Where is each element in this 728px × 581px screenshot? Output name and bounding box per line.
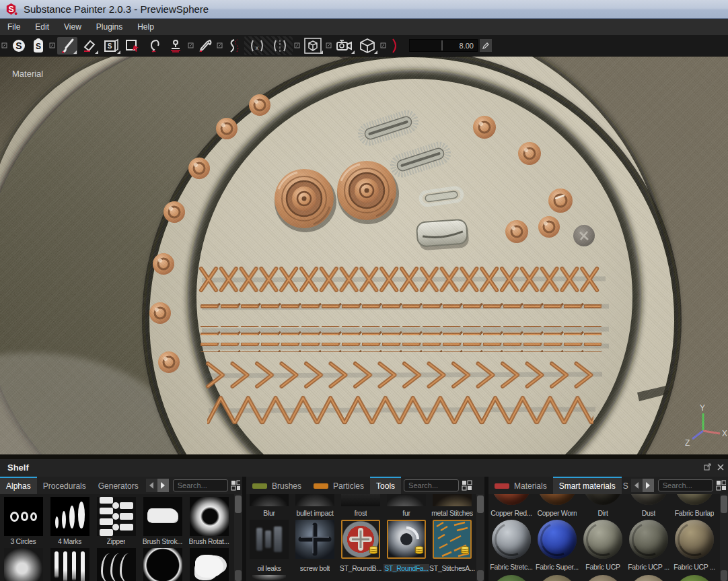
display-options-icon[interactable] — [231, 480, 240, 491]
tool-label[interactable]: ST_StitchesA... — [429, 564, 475, 572]
quick-mask-icon[interactable] — [388, 37, 403, 55]
tab-alphas[interactable]: Alphas — [0, 477, 37, 494]
tools-scrollbar[interactable] — [476, 494, 484, 581]
tab-brushes[interactable]: Brushes — [246, 477, 307, 494]
display-options-icon[interactable] — [716, 480, 726, 491]
menu-view[interactable]: View — [57, 20, 89, 34]
alphas-scrollbar[interactable] — [234, 494, 242, 581]
alpha-thumb-brush-rotation[interactable] — [190, 497, 229, 536]
tools-search-input[interactable] — [404, 479, 459, 491]
detach-icon[interactable] — [379, 37, 387, 55]
tool-label[interactable]: metal Stitches — [431, 509, 473, 517]
detach-icon[interactable] — [325, 37, 332, 55]
scroll-right-button[interactable] — [643, 479, 654, 492]
alpha-thumb[interactable] — [50, 548, 89, 581]
cube-icon[interactable] — [357, 37, 378, 55]
projection-tool-icon[interactable]: S — [100, 37, 121, 55]
alpha-thumb-4-marks[interactable] — [50, 497, 89, 536]
menu-edit[interactable]: Edit — [28, 20, 57, 34]
tool-label-selected[interactable]: ST_RoundFa... — [384, 564, 429, 572]
popout-icon[interactable] — [704, 463, 711, 471]
scroll-left-button[interactable] — [146, 479, 157, 492]
tool-item-st-roundb[interactable] — [338, 520, 384, 559]
shelf-item[interactable] — [93, 548, 139, 581]
alpha-thumb[interactable] — [97, 548, 136, 581]
materials-scrollbar[interactable] — [720, 494, 728, 581]
tab-materials[interactable]: Materials — [488, 477, 553, 494]
tool-item-oil-leaks[interactable] — [246, 520, 292, 559]
tool-label[interactable]: screw bolt — [300, 564, 330, 572]
material-label[interactable]: Fabric Stretc... — [490, 563, 532, 571]
paint-brush-tool-icon[interactable] — [57, 37, 77, 55]
edit-value-icon[interactable] — [480, 39, 492, 52]
material-item[interactable] — [626, 520, 671, 559]
material-item[interactable] — [534, 520, 580, 559]
tool-label[interactable]: bullet impact — [296, 509, 333, 517]
shelf-item[interactable]: 3 Circles — [0, 497, 46, 545]
shelf-item[interactable] — [186, 548, 232, 581]
detach-icon[interactable] — [293, 37, 301, 55]
alpha-thumb[interactable] — [190, 548, 229, 581]
material-label[interactable]: Fabric Burlap — [675, 509, 715, 517]
tool-label[interactable]: ST_RoundB... — [340, 564, 381, 572]
tool-label[interactable]: Blur — [263, 509, 275, 517]
tool-item-screw-bolt[interactable] — [292, 520, 338, 559]
smudge-tool-icon[interactable] — [144, 37, 164, 55]
menu-file[interactable]: File — [0, 20, 28, 34]
shelf-item[interactable] — [139, 548, 186, 581]
shelf-item[interactable]: Brush Rotat... — [186, 497, 232, 545]
tab-smart-masks[interactable]: S — [622, 477, 630, 494]
detach-icon[interactable] — [48, 37, 56, 55]
shelf-item[interactable]: Brush Strok... — [139, 497, 186, 545]
material-item[interactable] — [580, 520, 626, 559]
tab-tools[interactable]: Tools — [370, 477, 401, 494]
detach-icon[interactable] — [1, 37, 8, 55]
display-options-icon[interactable] — [462, 480, 472, 491]
material-label[interactable]: Fabric UCP ... — [628, 563, 669, 571]
substance-tool-icon[interactable]: S — [9, 37, 28, 55]
scroll-left-button[interactable] — [631, 479, 643, 492]
material-label[interactable]: Copper Red... — [490, 509, 532, 517]
tab-procedurals[interactable]: Procedurals — [37, 477, 92, 494]
alpha-thumb-3-circles[interactable] — [4, 497, 43, 536]
alpha-thumb-brush-stroke[interactable] — [143, 497, 182, 536]
tool-label[interactable]: fur — [402, 509, 410, 517]
materials-search-input[interactable] — [658, 479, 713, 491]
brush-size-slider[interactable]: 8.00 — [409, 39, 478, 52]
tool-item-st-roundfa[interactable] — [384, 520, 429, 559]
substance-shelf-icon[interactable]: S — [29, 37, 47, 55]
material-label[interactable]: Fabric UCP — [585, 563, 620, 571]
tool-label[interactable]: oil leaks — [257, 564, 281, 572]
shelf-item[interactable]: Zipper — [93, 497, 139, 545]
alphas-search-input[interactable] — [173, 479, 228, 491]
material-label[interactable]: Copper Worn — [538, 509, 577, 517]
tab-particles[interactable]: Particles — [307, 477, 370, 494]
material-label[interactable]: Dust — [642, 509, 655, 517]
eraser-tool-icon[interactable] — [79, 37, 99, 55]
shelf-item[interactable] — [0, 548, 46, 581]
alpha-thumb-zipper[interactable] — [97, 497, 136, 536]
scroll-right-button[interactable] — [157, 479, 169, 492]
color-picker-icon[interactable] — [196, 37, 215, 55]
symmetry-x-icon[interactable]: x — [246, 37, 268, 55]
material-label[interactable]: Fabric Super... — [536, 563, 579, 571]
menu-plugins[interactable]: Plugins — [89, 20, 130, 34]
polygon-fill-tool-icon[interactable] — [122, 37, 143, 55]
material-item[interactable] — [671, 520, 717, 559]
symmetry-plane-icon[interactable] — [269, 37, 291, 55]
perspective-icon[interactable] — [302, 37, 324, 55]
viewport-3d[interactable]: Y X Z Material — [0, 57, 728, 459]
material-label[interactable]: Dirt — [597, 509, 608, 517]
close-icon[interactable] — [717, 464, 724, 471]
material-item[interactable] — [488, 520, 534, 559]
path-tool-icon[interactable] — [225, 37, 244, 55]
alpha-thumb[interactable] — [143, 548, 182, 581]
viewport-mode-label[interactable]: Material — [12, 69, 43, 79]
shelf-item[interactable]: 4 Marks — [46, 497, 93, 545]
alpha-thumb[interactable] — [4, 548, 43, 581]
slider-thumb[interactable] — [441, 40, 443, 50]
material-label[interactable]: Fabric UCP ... — [674, 563, 715, 571]
tool-item-st-stitches[interactable] — [429, 520, 475, 559]
tab-generators[interactable]: Generators — [92, 477, 145, 494]
camera-icon[interactable] — [334, 37, 355, 55]
